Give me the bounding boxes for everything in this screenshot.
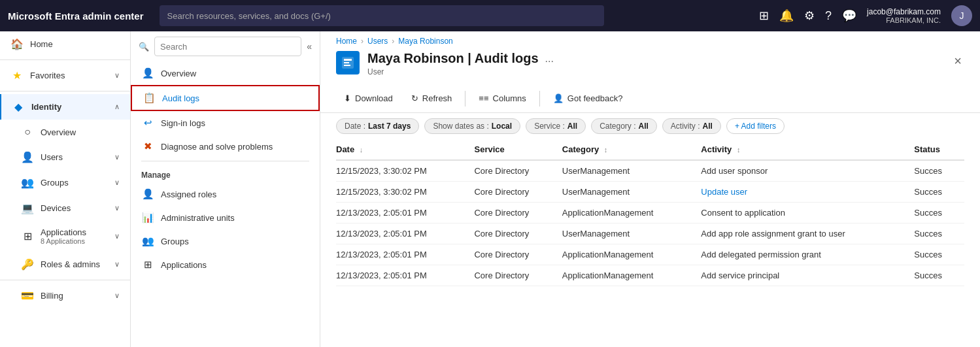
sub-nav-item-applications-manage[interactable]: ⊞ Applications (131, 253, 320, 276)
chevron-favorites-icon: ∨ (114, 71, 120, 80)
sub-nav-item-groups-manage[interactable]: 👥 Groups (131, 229, 320, 253)
sidebar-item-favorites[interactable]: ★ Favorites ∨ (0, 63, 130, 88)
cell-category: UserManagement (562, 182, 701, 203)
sidebar-label-groups: Groups (41, 178, 69, 188)
sub-nav: 🔍 « 👤 Overview 📋 Audit logs ↩ Sign-in lo… (131, 31, 320, 347)
table-row: 12/13/2023, 2:05:01 PMCore DirectoryAppl… (336, 203, 964, 223)
table-container: Date ↓ Service Category ↕ Acti (320, 139, 980, 347)
cell-activity[interactable]: Update user (701, 182, 914, 203)
sub-nav-label-assigned-roles: Assigned roles (161, 190, 216, 199)
sidebar-item-groups[interactable]: 👥 Groups ∨ (0, 170, 130, 195)
add-filter-label: + Add filters (735, 122, 776, 131)
breadcrumb-maya[interactable]: Maya Robinson (398, 37, 452, 46)
sub-nav-admin-icon: 📊 (141, 212, 154, 223)
sub-nav-item-diagnose[interactable]: ✖ Diagnose and solve problems (131, 135, 320, 158)
download-label: Download (355, 93, 393, 103)
sidebar-item-identity[interactable]: ◆ Identity ∧ (0, 94, 130, 120)
apps-icon[interactable]: ⊞ (759, 8, 769, 23)
filter-service[interactable]: Service : All (526, 118, 586, 134)
sub-nav-roles-icon: 👤 (141, 188, 154, 200)
refresh-button[interactable]: ↻ Refresh (403, 90, 460, 107)
sub-nav-item-admin-units[interactable]: 📊 Administrative units (131, 206, 320, 229)
sidebar-divider-3 (0, 280, 130, 280)
collapse-icon[interactable]: « (307, 41, 312, 52)
page-header-icon (336, 51, 360, 74)
sub-nav-label-admin-units: Administrative units (161, 213, 235, 223)
sub-nav-item-overview[interactable]: 👤 Overview (131, 61, 320, 85)
filter-category-value: All (639, 122, 649, 131)
breadcrumb: Home › Users › Maya Robinson (320, 31, 980, 46)
sidebar-item-devices[interactable]: 💻 Devices ∨ (0, 195, 130, 221)
sidebar-item-applications[interactable]: ⊞ Applications 8 Applications ∨ (0, 221, 130, 252)
filter-show-dates[interactable]: Show dates as : Local (424, 118, 520, 134)
breadcrumb-home[interactable]: Home (336, 37, 357, 46)
sort-activity-icon[interactable]: ↕ (737, 146, 741, 154)
sort-category-icon[interactable]: ↕ (604, 146, 608, 154)
content-area: 🔍 « 👤 Overview 📋 Audit logs ↩ Sign-in lo… (131, 31, 980, 347)
cell-category: UserManagement (562, 160, 701, 182)
filter-date[interactable]: Date : Last 7 days (336, 118, 419, 134)
table-body: 12/15/2023, 3:30:02 PMCore DirectoryUser… (336, 160, 964, 286)
download-button[interactable]: ⬇ Download (336, 90, 401, 107)
cell-category: ApplicationManagement (562, 203, 701, 223)
cell-service: Core Directory (474, 223, 562, 244)
sub-nav-item-signin-logs[interactable]: ↩ Sign-in logs (131, 111, 320, 135)
close-button[interactable]: × (951, 51, 964, 71)
sub-nav-item-assigned-roles[interactable]: 👤 Assigned roles (131, 182, 320, 206)
sidebar-item-home[interactable]: 🏠 Home (0, 31, 130, 57)
filter-service-value: All (567, 122, 577, 131)
notifications-icon[interactable]: 🔔 (779, 8, 794, 23)
filter-activity[interactable]: Activity : All (662, 118, 721, 134)
help-icon[interactable]: ? (825, 9, 832, 23)
sub-nav-label-overview: Overview (161, 69, 196, 78)
breadcrumb-sep-2: › (392, 37, 394, 46)
chevron-applications-icon: ∨ (114, 232, 120, 240)
app-title: Microsoft Entra admin center (8, 10, 144, 22)
cell-status: Succes (914, 223, 964, 244)
sidebar-divider (0, 59, 130, 60)
page-subtitle: User (367, 67, 943, 76)
user-page-icon (341, 56, 355, 70)
table-row: 12/15/2023, 3:30:02 PMCore DirectoryUser… (336, 160, 964, 182)
chevron-roles-icon: ∨ (114, 260, 120, 269)
settings-icon[interactable]: ⚙ (804, 8, 815, 23)
feedback-nav-icon[interactable]: 💬 (842, 8, 856, 23)
filter-date-label: Date : (345, 122, 365, 131)
sidebar-label-billing: Billing (41, 291, 63, 301)
table-row: 12/15/2023, 3:30:02 PMCore DirectoryUser… (336, 182, 964, 203)
sidebar-label-roles: Roles & admins (41, 259, 100, 269)
sidebar-item-roles[interactable]: 🔑 Roles & admins ∨ (0, 252, 130, 277)
sub-nav-search-input[interactable] (154, 37, 301, 56)
sub-nav-item-audit-logs[interactable]: 📋 Audit logs (131, 85, 320, 111)
sidebar-label-identity: Identity (31, 102, 61, 112)
toolbar-separator-1 (465, 91, 465, 107)
columns-button[interactable]: ≡≡ Columns (471, 90, 533, 107)
billing-icon: 💳 (21, 289, 34, 302)
sub-nav-signin-icon: ↩ (141, 117, 154, 129)
toolbar-separator-2 (539, 91, 540, 107)
avatar[interactable]: J (951, 5, 972, 26)
chevron-identity-icon: ∧ (114, 103, 120, 111)
more-options-button[interactable]: ... (545, 53, 554, 65)
toolbar: ⬇ Download ↻ Refresh ≡≡ Columns 👤 Got fe… (320, 84, 980, 113)
refresh-label: Refresh (422, 93, 452, 103)
sidebar-label-overview: Overview (41, 127, 76, 137)
sidebar-item-billing[interactable]: 💳 Billing ∨ (0, 283, 130, 308)
roles-icon: 🔑 (21, 258, 34, 271)
refresh-icon: ↻ (411, 93, 418, 103)
breadcrumb-users[interactable]: Users (367, 37, 388, 46)
identity-icon: ◆ (12, 101, 25, 113)
chevron-users-icon: ∨ (114, 153, 120, 161)
cell-date: 12/15/2023, 3:30:02 PM (336, 160, 474, 182)
filter-category[interactable]: Category : All (591, 118, 657, 134)
sidebar-item-users[interactable]: 👤 Users ∨ (0, 144, 130, 170)
sort-date-icon[interactable]: ↓ (360, 146, 363, 154)
sidebar-item-overview[interactable]: ○ Overview (0, 120, 130, 144)
user-name: jacob@fabrikam.com (867, 7, 941, 16)
feedback-button[interactable]: 👤 Got feedback? (545, 90, 631, 107)
overview-sidebar-icon: ○ (21, 126, 34, 138)
cell-date: 12/13/2023, 2:05:01 PM (336, 223, 474, 244)
cell-service: Core Directory (474, 265, 562, 286)
add-filter-button[interactable]: + Add filters (726, 118, 785, 134)
search-input[interactable] (160, 5, 604, 26)
